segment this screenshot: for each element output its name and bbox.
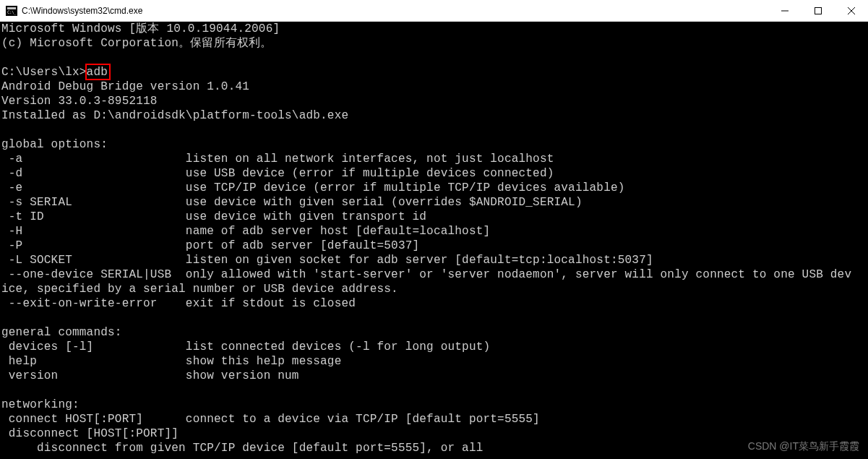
terminal-line: version show version num: [1, 369, 867, 383]
terminal-line: -a listen on all network interfaces, not…: [1, 152, 867, 166]
terminal-line: [1, 383, 867, 398]
terminal-line: Version 33.0.3-8952118: [1, 94, 867, 108]
terminal-output[interactable]: Microsoft Windows [版本 10.0.19044.2006](c…: [0, 22, 868, 459]
minimize-button[interactable]: [768, 0, 802, 22]
close-button[interactable]: [835, 0, 868, 22]
terminal-line: ice, specified by a serial number or USB…: [1, 282, 867, 296]
terminal-line: -H name of adb server host [default=loca…: [1, 224, 867, 239]
cmd-icon: [6, 6, 17, 16]
terminal-line: [1, 51, 867, 65]
terminal-line: connect HOST[:PORT] connect to a device …: [1, 412, 867, 426]
terminal-line: -L SOCKET listen on given socket for adb…: [1, 253, 867, 267]
terminal-line: -e use TCP/IP device (error if multiple …: [1, 181, 867, 195]
terminal-line: [1, 123, 867, 137]
terminal-line: Installed as D:\androidsdk\platform-tool…: [1, 108, 867, 123]
minimize-icon: [781, 7, 788, 14]
terminal-line: disconnect from given TCP/IP device [def…: [1, 441, 867, 455]
terminal-line: [1, 311, 867, 325]
terminal-line: devices [-l] list connected devices (-l …: [1, 340, 867, 354]
close-icon: [848, 7, 855, 14]
terminal-line: general commands:: [1, 325, 867, 340]
terminal-line: global options:: [1, 137, 867, 152]
terminal-line: --exit-on-write-error exit if stdout is …: [1, 296, 867, 311]
window-title-bar: C:\Windows\system32\cmd.exe: [0, 0, 868, 22]
terminal-line: --one-device SERIAL|USB only allowed wit…: [1, 267, 867, 282]
window-title: C:\Windows\system32\cmd.exe: [22, 6, 142, 16]
terminal-line: C:\Users\lx>adb: [1, 65, 867, 80]
maximize-button[interactable]: [802, 0, 835, 22]
terminal-line: -P port of adb server [default=5037]: [1, 239, 867, 253]
terminal-line: Microsoft Windows [版本 10.0.19044.2006]: [1, 22, 867, 36]
svg-rect-1: [815, 7, 822, 14]
terminal-line: (c) Microsoft Corporation。保留所有权利。: [1, 36, 867, 51]
maximize-icon: [815, 7, 822, 14]
terminal-line: networking:: [1, 398, 867, 412]
terminal-line: -t ID use device with given transport id: [1, 210, 867, 224]
terminal-line: help show this help message: [1, 354, 867, 369]
terminal-line: Android Debug Bridge version 1.0.41: [1, 80, 867, 94]
terminal-line: -s SERIAL use device with given serial (…: [1, 195, 867, 210]
terminal-line: disconnect [HOST[:PORT]]: [1, 426, 867, 441]
terminal-line: -d use USB device (error if multiple dev…: [1, 166, 867, 181]
